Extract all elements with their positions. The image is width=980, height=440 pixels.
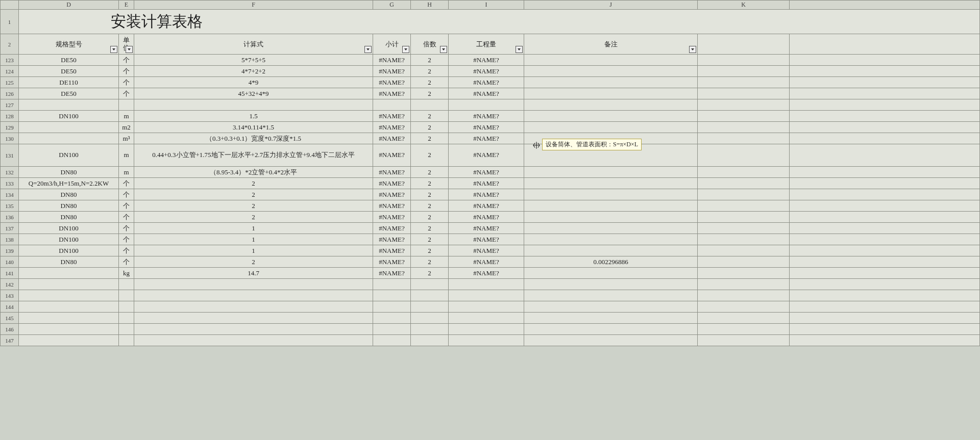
- row-header[interactable]: 126: [1, 88, 19, 99]
- filter-icon[interactable]: [126, 46, 133, 53]
- cell[interactable]: [790, 167, 980, 178]
- cell-spec[interactable]: [19, 313, 119, 324]
- cell-quantity[interactable]: #NAME?: [449, 167, 524, 178]
- cell-unit[interactable]: 个: [119, 200, 134, 212]
- row-header[interactable]: 141: [1, 268, 19, 279]
- cell[interactable]: [698, 212, 790, 223]
- cell-multiplier[interactable]: 2: [411, 66, 449, 77]
- cell-multiplier[interactable]: [411, 290, 449, 301]
- cell-multiplier[interactable]: 2: [411, 55, 449, 66]
- cell[interactable]: [790, 324, 980, 335]
- cell-formula[interactable]: [134, 301, 373, 313]
- cell[interactable]: [698, 189, 790, 200]
- cell-remark[interactable]: [524, 234, 698, 245]
- col-header-blank[interactable]: [790, 1, 980, 10]
- row-header[interactable]: 146: [1, 324, 19, 335]
- row-header[interactable]: 137: [1, 223, 19, 234]
- row-header[interactable]: 124: [1, 66, 19, 77]
- cell-spec[interactable]: DN100: [19, 234, 119, 245]
- cell-subtotal[interactable]: #NAME?: [373, 200, 411, 212]
- cell-unit[interactable]: [119, 99, 134, 111]
- cell-quantity[interactable]: [449, 279, 524, 290]
- cell-spec[interactable]: [19, 122, 119, 133]
- row-header[interactable]: 127: [1, 99, 19, 111]
- cell-spec[interactable]: DE110: [19, 77, 119, 88]
- cell-formula[interactable]: 14.7: [134, 268, 373, 279]
- cell-multiplier[interactable]: 2: [411, 167, 449, 178]
- cell[interactable]: [790, 234, 980, 245]
- row-header[interactable]: 129: [1, 122, 19, 133]
- cell-quantity[interactable]: [449, 290, 524, 301]
- cell[interactable]: [790, 178, 980, 189]
- cell-quantity[interactable]: #NAME?: [449, 256, 524, 268]
- cell-subtotal[interactable]: [373, 324, 411, 335]
- cell-quantity[interactable]: [449, 313, 524, 324]
- cell-subtotal[interactable]: #NAME?: [373, 55, 411, 66]
- cell-unit[interactable]: [119, 313, 134, 324]
- cell[interactable]: [790, 144, 980, 167]
- cell-unit[interactable]: m: [119, 111, 134, 122]
- cell-quantity[interactable]: [449, 301, 524, 313]
- cell[interactable]: [698, 245, 790, 256]
- cell[interactable]: [698, 268, 790, 279]
- cell-multiplier[interactable]: 2: [411, 111, 449, 122]
- cell[interactable]: [698, 223, 790, 234]
- cell[interactable]: [790, 122, 980, 133]
- row-header[interactable]: 136: [1, 212, 19, 223]
- cell[interactable]: [790, 66, 980, 77]
- cell-formula[interactable]: [134, 313, 373, 324]
- cell-remark[interactable]: [524, 279, 698, 290]
- cell-multiplier[interactable]: 2: [411, 223, 449, 234]
- cell-formula[interactable]: 4*7+2+2: [134, 66, 373, 77]
- cell-quantity[interactable]: #NAME?: [449, 55, 524, 66]
- cell[interactable]: [698, 99, 790, 111]
- cell-formula[interactable]: 1: [134, 234, 373, 245]
- cell-unit[interactable]: 个: [119, 212, 134, 223]
- cell[interactable]: [698, 256, 790, 268]
- cell-subtotal[interactable]: [373, 335, 411, 346]
- cell-remark[interactable]: [524, 223, 698, 234]
- cell-subtotal[interactable]: #NAME?: [373, 122, 411, 133]
- cell-formula[interactable]: 3.14*0.114*1.5: [134, 122, 373, 133]
- cell[interactable]: [698, 234, 790, 245]
- filter-icon[interactable]: [689, 46, 696, 53]
- col-header-J[interactable]: J: [524, 1, 698, 10]
- cell-unit[interactable]: 个: [119, 77, 134, 88]
- cell[interactable]: [790, 88, 980, 99]
- cell-quantity[interactable]: #NAME?: [449, 111, 524, 122]
- row-header[interactable]: 133: [1, 178, 19, 189]
- cell[interactable]: [698, 133, 790, 144]
- cell-unit[interactable]: m: [119, 167, 134, 178]
- cell-subtotal[interactable]: #NAME?: [373, 212, 411, 223]
- cell-spec[interactable]: DE50: [19, 55, 119, 66]
- cell[interactable]: [698, 111, 790, 122]
- cell-remark[interactable]: [524, 178, 698, 189]
- cell-formula[interactable]: 2: [134, 178, 373, 189]
- cell[interactable]: [698, 178, 790, 189]
- cell-multiplier[interactable]: 2: [411, 122, 449, 133]
- cell-formula[interactable]: 5*7+5+5: [134, 55, 373, 66]
- cell-unit[interactable]: 个: [119, 189, 134, 200]
- cell-spec[interactable]: [19, 99, 119, 111]
- cell-multiplier[interactable]: 2: [411, 133, 449, 144]
- row-header[interactable]: 142: [1, 279, 19, 290]
- cell-spec[interactable]: [19, 290, 119, 301]
- cell-remark[interactable]: [524, 66, 698, 77]
- cell[interactable]: [698, 335, 790, 346]
- cell-formula[interactable]: [134, 290, 373, 301]
- cell-subtotal[interactable]: [373, 290, 411, 301]
- row-header[interactable]: 125: [1, 77, 19, 88]
- cell-remark[interactable]: [524, 268, 698, 279]
- cell-unit[interactable]: m: [119, 144, 134, 167]
- cell[interactable]: [790, 200, 980, 212]
- cell-quantity[interactable]: [449, 324, 524, 335]
- cell-quantity[interactable]: #NAME?: [449, 88, 524, 99]
- cell-unit[interactable]: 个: [119, 223, 134, 234]
- cell-multiplier[interactable]: 2: [411, 234, 449, 245]
- filter-icon[interactable]: [440, 46, 447, 53]
- cell-quantity[interactable]: #NAME?: [449, 200, 524, 212]
- cell-quantity[interactable]: [449, 99, 524, 111]
- cell[interactable]: [698, 301, 790, 313]
- cell[interactable]: [698, 34, 790, 55]
- cell-unit[interactable]: m2: [119, 122, 134, 133]
